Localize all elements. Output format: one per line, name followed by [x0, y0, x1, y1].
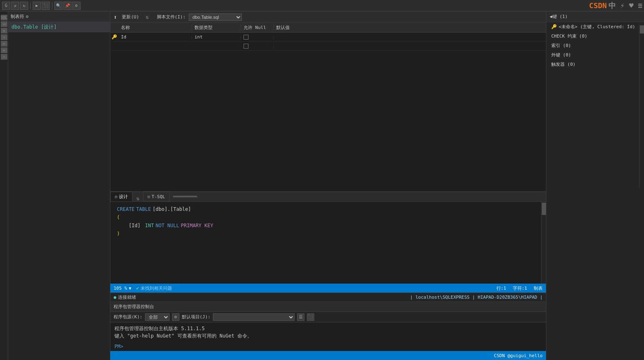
right-panel: ◀ 键 (1) 🔑 <未命名> (主键, Clustered: Id) CHEC… [546, 11, 644, 360]
update-button[interactable]: 更新(U) [120, 13, 141, 21]
right-scrollbar-thumb[interactable] [640, 25, 644, 34]
check-icon: ✔ [136, 285, 139, 291]
server-info: | localhost\SQLEXPRESS | HIAPAD-D20ZB365… [410, 295, 543, 300]
table-row-empty[interactable] [110, 42, 546, 51]
bottom-tabs: ⊞ 设计 ⇅ ⊞ T-SQL [110, 191, 546, 202]
scrollbar-thumb[interactable] [542, 203, 546, 215]
sql-primary-key: PRIMARY KEY [181, 222, 213, 229]
script-dropdown[interactable]: dbo.Table.sql [189, 13, 242, 21]
right-panel-header: ◀ 键 (1) [546, 11, 644, 22]
nuget-toolbar: 程序包源(K): 全部 ⚙ 默认项目(J): ☰ ⬛ [110, 312, 546, 322]
sidebar-icon-1[interactable]: SQL [1, 15, 7, 20]
toolbar-btn-4[interactable]: ▶ [33, 2, 41, 10]
sep1 [30, 2, 31, 9]
right-panel-title: ◀ [550, 14, 552, 19]
row-name-1[interactable]: Id [119, 34, 192, 40]
no-issues-label: 未找到相关问题 [141, 285, 172, 291]
nuget-list-btn[interactable]: ☰ [297, 313, 304, 321]
project-select[interactable] [213, 313, 295, 321]
toolbar-btn-1[interactable]: G [2, 2, 10, 10]
sidebar-icon-3[interactable]: e [1, 28, 7, 34]
col-default-header: 默认值 [274, 25, 546, 31]
row-status: 行:1 [496, 285, 506, 291]
sidebar-icon-7[interactable]: r [1, 54, 7, 60]
format-status: 制表 [534, 285, 543, 291]
connect-bar: ● 连接就绪 | localhost\SQLEXPRESS | HIAPAD-D… [110, 293, 546, 302]
sql-line-1: CREATE TABLE [dbo].[Table] [110, 205, 546, 213]
table-row[interactable]: 🔑 Id int [110, 33, 546, 42]
right-tree-index-item[interactable]: 索引 (0) [546, 41, 644, 50]
table-designer-panel: 制表符 ⚙ dbo.Table [设计] [8, 11, 110, 360]
panel-tree-item[interactable]: dbo.Table [设计] [8, 22, 110, 32]
version-line: 程序包管理器控制台主机版本 5.11.1.5 [114, 325, 542, 332]
grid-header-row: 名称 数据类型 允许 Null 默认值 [110, 23, 546, 33]
null-checkbox-1[interactable] [244, 35, 248, 40]
left-sidebar: SQL S e r v e r [0, 11, 8, 360]
toolbar-btn-8[interactable]: ⚙ [72, 2, 80, 10]
tsql-tab-label: T-SQL [152, 194, 165, 199]
scroll-indicator [173, 196, 197, 197]
toolbar-btn-5[interactable]: ⬛ [42, 2, 50, 10]
tsql-tab-icon: ⊞ [148, 195, 150, 199]
sidebar-icon-4[interactable]: r [1, 34, 7, 40]
sidebar-icon-6[interactable]: e [1, 47, 7, 53]
gear-icon[interactable]: ⚙ [26, 14, 29, 19]
row-type-1[interactable]: int [192, 34, 241, 40]
center-area: ⬆ 更新(U) ⇅ 脚本文件(I): dbo.Table.sql 名称 数据类型… [110, 11, 546, 360]
top-toolbar: G ↺ ↻ ▶ ⬛ 🔍 📌 ⚙ CSDN 中 ⚡ ♥ ≡ [0, 0, 644, 11]
sql-table: TABLE [136, 206, 151, 213]
toolbar-btn-2[interactable]: ↺ [11, 2, 19, 10]
col-name-header: 名称 [119, 25, 192, 31]
nuget-console: 程序包管理器控制台 程序包源(K): 全部 ⚙ 默认项目(J): ☰ ⬛ 程序包… [110, 302, 546, 351]
arrows-icon[interactable]: ⇅ [145, 14, 148, 20]
toolbar-btn-7[interactable]: 📌 [63, 2, 72, 10]
column-grid: 名称 数据类型 允许 Null 默认值 🔑 Id int [110, 23, 546, 51]
nuget-settings-btn[interactable]: ⚙ [172, 313, 179, 321]
index-tree-label: 索引 (0) [551, 42, 571, 49]
row-null-1[interactable] [241, 35, 274, 40]
row-indicator-1: 🔑 [110, 34, 119, 40]
toolbar-btn-6[interactable]: 🔍 [54, 2, 63, 10]
row-null-2[interactable] [241, 44, 274, 49]
right-panel-scrollbar[interactable] [639, 25, 644, 188]
nuget-input-line: PM> [110, 342, 546, 351]
status-bar: 105 % ▼ ✔ 未找到相关问题 行:1 字符:1 制表 [110, 284, 546, 293]
sidebar-icon-2[interactable]: S [1, 21, 7, 27]
sidebar-icon-5[interactable]: v [1, 41, 7, 47]
check-tree-label: CHECK 约束 (0) [551, 33, 587, 39]
connect-label: 连接就绪 [118, 294, 136, 300]
right-tree-trigger-item[interactable]: 触发器 (0) [546, 60, 644, 69]
toolbar-btn-3[interactable]: ↻ [20, 2, 28, 10]
right-tree-fk-item[interactable]: 外键 (0) [546, 50, 644, 60]
sql-int: INT [145, 222, 154, 229]
col-type-header: 数据类型 [192, 25, 241, 31]
sql-line-3: [Id] INT NOT NULL PRIMARY KEY [110, 221, 546, 230]
status-info: ✔ 未找到相关问题 [136, 285, 172, 291]
sep2 [52, 2, 52, 9]
sql-create: CREATE [117, 206, 134, 213]
right-tree-check-item[interactable]: CHECK 约束 (0) [546, 31, 644, 41]
nuget-content: 程序包管理器控制台主机版本 5.11.1.5 键入 "get-help NuGe… [110, 322, 546, 342]
tab-design[interactable]: ⊞ 设计 [110, 192, 132, 201]
logo-icons-extra: 中 ⚡ ♥ ≡ [608, 1, 642, 11]
connect-icon: ● [114, 295, 116, 300]
trigger-tree-label: 触发器 (0) [551, 61, 576, 67]
project-label: 默认项目(J): [182, 314, 211, 320]
nuget-title: 程序包管理器控制台 [114, 304, 154, 310]
right-scrollbar[interactable] [541, 202, 546, 284]
sql-not-null: NOT NULL [156, 222, 179, 229]
main-layout: SQL S e r v e r 制表符 ⚙ dbo.Table [设计] ⬆ 更… [0, 11, 644, 360]
tab-tsql[interactable]: ⊞ T-SQL [143, 192, 170, 201]
logo-area: CSDN 中 ⚡ ♥ ≡ [589, 1, 642, 11]
logo-icon: CSDN [589, 1, 607, 10]
nuget-stop-btn[interactable]: ⬛ [307, 313, 314, 321]
null-checkbox-2[interactable] [244, 44, 248, 49]
right-tree-key-item[interactable]: 🔑 <未命名> (主键, Clustered: Id) [546, 22, 644, 31]
source-select[interactable]: 全部 [145, 313, 170, 321]
pm-input[interactable] [125, 344, 542, 349]
tab-arrow-btn[interactable]: ⇅ [132, 196, 143, 201]
sql-col-id: [Id] [117, 222, 143, 229]
key-item-label: <未命名> (主键, Clustered: Id) [559, 24, 635, 30]
update-icon[interactable]: ⬆ [114, 14, 117, 20]
zoom-dropdown-icon[interactable]: ▼ [129, 286, 131, 291]
